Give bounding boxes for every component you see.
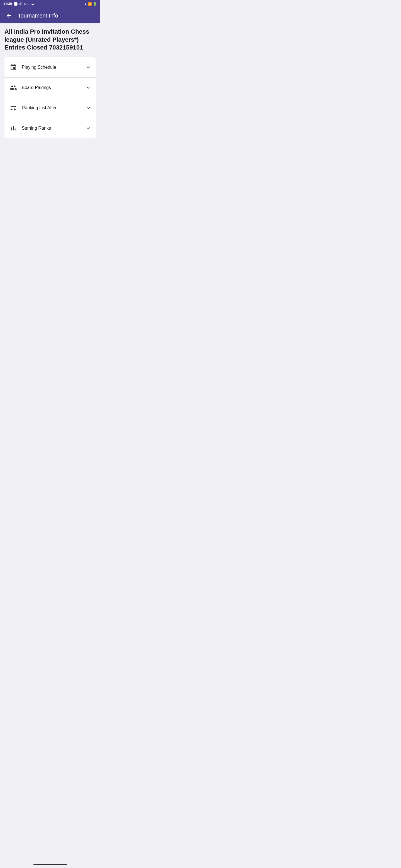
alert-icon: ⓪ [19, 2, 22, 6]
wifi-icon: ▲ [84, 2, 87, 6]
calendar-icon [9, 63, 18, 72]
accordion-header-starting-ranks: Starting Ranks [4, 118, 96, 138]
accordion-card: Playing Schedule Board Pairings [4, 57, 96, 138]
accordion-header-playing-schedule: Playing Schedule [4, 57, 96, 78]
status-time: 11:39 [3, 2, 12, 6]
accordion-item-ranking-list[interactable]: Ranking List After [4, 98, 96, 118]
android-dot-icon [13, 2, 18, 6]
accordion-header-ranking-list: Ranking List After [4, 98, 96, 118]
signal-icon: 📶 [88, 2, 92, 6]
cloud-icon: ☁ [31, 2, 34, 6]
playing-schedule-chevron [85, 64, 91, 70]
settings-icon: ⚙ [24, 2, 27, 6]
sort-icon [9, 103, 18, 113]
main-content: All India Pro Invitation Chess league (U… [0, 23, 100, 143]
people-icon [9, 83, 18, 92]
ranking-list-label: Ranking List After [22, 105, 81, 111]
accordion-item-playing-schedule[interactable]: Playing Schedule [4, 57, 96, 78]
tournament-title: All India Pro Invitation Chess league (U… [4, 28, 96, 52]
sd-icon: ▪ [28, 2, 30, 6]
battery-icon: 🔋 [93, 2, 97, 6]
app-bar: Tournament Info [0, 8, 100, 23]
starting-ranks-label: Starting Ranks [22, 126, 81, 131]
playing-schedule-label: Playing Schedule [22, 65, 81, 70]
accordion-item-starting-ranks[interactable]: Starting Ranks [4, 118, 96, 138]
ranking-list-chevron [85, 105, 91, 111]
back-button[interactable] [4, 11, 13, 20]
board-pairings-chevron [85, 85, 91, 91]
status-icons: ▲ 📶 🔋 [84, 2, 97, 6]
starting-ranks-chevron [85, 125, 91, 131]
app-bar-title: Tournament Info [18, 12, 96, 19]
status-bar: 11:39 ⓪ ⚙ ▪ ☁ ▲ 📶 🔋 [0, 0, 100, 8]
board-pairings-label: Board Pairings [22, 85, 81, 90]
accordion-header-board-pairings: Board Pairings [4, 78, 96, 98]
accordion-item-board-pairings[interactable]: Board Pairings [4, 78, 96, 98]
status-left: 11:39 ⓪ ⚙ ▪ ☁ [3, 2, 34, 6]
bar-chart-icon [9, 124, 18, 133]
back-arrow-icon [6, 12, 12, 19]
